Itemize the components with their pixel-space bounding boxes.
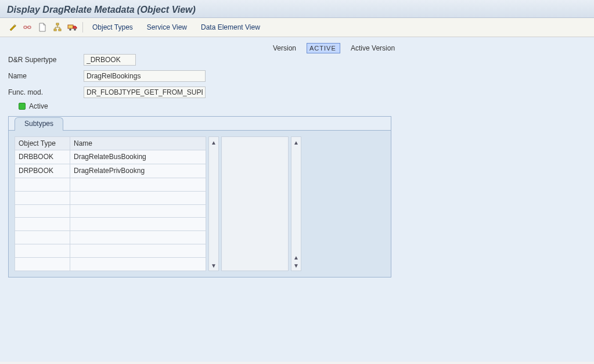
table-row[interactable]: [15, 244, 206, 258]
cell-objtype[interactable]: [15, 218, 70, 231]
version-block: Version ACTIVE Active Version: [273, 43, 395, 53]
input-funcmod[interactable]: [84, 87, 206, 98]
table-row[interactable]: [15, 178, 206, 191]
row-supertype: D&R Supertype: [8, 53, 586, 66]
table-row[interactable]: DRPBOOKDragRelatePrivBookng: [15, 164, 206, 178]
svg-rect-3: [56, 23, 59, 25]
scroll-up-icon[interactable]: ▲: [292, 138, 300, 146]
table-row[interactable]: [15, 218, 206, 231]
label-name: Name: [8, 72, 84, 80]
scroll-down-icon[interactable]: ▼: [210, 261, 218, 269]
new-doc-icon[interactable]: [36, 21, 49, 33]
cell-objtype[interactable]: [15, 191, 70, 204]
col-name[interactable]: Name: [70, 137, 206, 150]
cell-name[interactable]: DragRelatePrivBookng: [70, 164, 206, 178]
title-bar: Display DragRelate Metadata (Object View…: [0, 0, 594, 18]
input-name[interactable]: [84, 70, 206, 82]
cell-objtype[interactable]: DRBBOOK: [15, 150, 70, 164]
cell-name[interactable]: [70, 218, 206, 231]
grid-scrollbar-2[interactable]: ▲ ▲ ▼: [291, 136, 301, 271]
label-funcmod: Func. mod.: [8, 88, 84, 96]
svg-rect-4: [54, 29, 56, 31]
col-objtype[interactable]: Object Type: [15, 137, 70, 150]
svg-rect-5: [59, 29, 61, 31]
version-text: Active Version: [351, 44, 395, 52]
scroll-down-icon[interactable]: ▲: [292, 253, 300, 261]
hierarchy-icon[interactable]: [51, 21, 64, 33]
separator: [82, 22, 83, 33]
table-row[interactable]: [15, 231, 206, 244]
menu-data-element-view[interactable]: Data Element View: [195, 22, 266, 33]
cell-name[interactable]: [70, 191, 206, 204]
cell-objtype[interactable]: [15, 204, 70, 218]
cell-name[interactable]: [70, 178, 206, 191]
cell-name[interactable]: DragRelateBusBooking: [70, 150, 206, 164]
tab-body: Object Type Name DRBBOOKDragRelateBusBoo…: [9, 131, 391, 277]
menu-service-view[interactable]: Service View: [141, 22, 193, 33]
cell-name[interactable]: [70, 231, 206, 244]
subtypes-grid: Object Type Name DRBBOOKDragRelateBusBoo…: [15, 136, 206, 271]
input-supertype[interactable]: [84, 54, 136, 66]
table-row[interactable]: [15, 258, 206, 271]
svg-point-8: [74, 28, 76, 31]
grid-scrollbar[interactable]: ▲ ▼: [208, 136, 219, 271]
cell-objtype[interactable]: [15, 231, 70, 244]
cell-objtype[interactable]: [15, 258, 70, 271]
tab-subtypes[interactable]: Subtypes: [15, 117, 63, 131]
tab-strip: Subtypes: [9, 117, 391, 131]
status-active-icon: [19, 103, 26, 110]
main-content: Version ACTIVE Active Version D&R Supert…: [0, 37, 594, 362]
label-supertype: D&R Supertype: [8, 56, 84, 64]
status-line: Active: [19, 102, 586, 110]
scroll-up-icon[interactable]: ▲: [210, 138, 218, 146]
row-funcmod: Func. mod.: [8, 86, 586, 99]
table-row[interactable]: [15, 191, 206, 204]
table-row[interactable]: [15, 204, 206, 218]
cell-name[interactable]: [70, 244, 206, 258]
cell-name[interactable]: [70, 204, 206, 218]
toolbar: Object Types Service View Data Element V…: [0, 18, 594, 37]
version-label: Version: [273, 44, 296, 52]
table-row[interactable]: DRBBOOKDragRelateBusBooking: [15, 150, 206, 164]
menu-object-types[interactable]: Object Types: [87, 22, 139, 33]
cell-name[interactable]: [70, 258, 206, 271]
wrench-icon[interactable]: [6, 21, 19, 33]
cell-objtype[interactable]: DRPBOOK: [15, 164, 70, 178]
status-text: Active: [29, 102, 48, 110]
tab-area: Subtypes Object Type Name DRBBOOKDragRel…: [8, 116, 391, 277]
row-name: Name: [8, 70, 586, 82]
grid-empty-pane: [221, 136, 289, 271]
svg-point-7: [69, 28, 71, 31]
svg-rect-6: [68, 25, 73, 28]
grid-body: DRBBOOKDragRelateBusBookingDRPBOOKDragRe…: [15, 150, 206, 271]
cell-objtype[interactable]: [15, 244, 70, 258]
link-icon[interactable]: [21, 21, 34, 33]
scroll-down-icon[interactable]: ▼: [292, 261, 300, 269]
truck-icon[interactable]: [66, 21, 79, 33]
version-value: ACTIVE: [307, 43, 340, 53]
cell-objtype[interactable]: [15, 178, 70, 191]
page-title: Display DragRelate Metadata (Object View…: [7, 5, 587, 15]
